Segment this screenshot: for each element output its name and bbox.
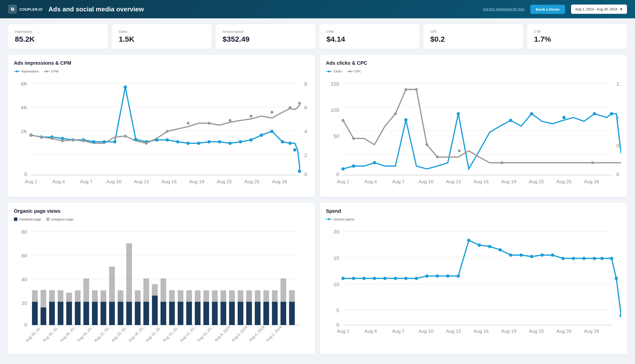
svg-text:20: 20 bbox=[333, 229, 339, 234]
svg-rect-172 bbox=[212, 290, 218, 302]
clicks-cpc-chart: Ads clicks & CPC Clicks CPC 150 100 50 0… bbox=[320, 55, 627, 197]
svg-point-54 bbox=[293, 148, 296, 152]
svg-point-73 bbox=[328, 70, 330, 72]
svg-text:10: 10 bbox=[333, 281, 339, 287]
svg-point-247 bbox=[540, 254, 544, 257]
svg-point-70 bbox=[288, 106, 291, 109]
svg-text:Aug 7: Aug 7 bbox=[392, 328, 405, 334]
svg-rect-190 bbox=[289, 290, 295, 302]
svg-point-59 bbox=[61, 139, 64, 142]
legend-amount-spend: Amount spend bbox=[326, 218, 354, 221]
svg-text:100: 100 bbox=[331, 107, 339, 113]
svg-point-48 bbox=[239, 140, 242, 143]
svg-point-75 bbox=[349, 70, 351, 72]
svg-text:Aug 28: Aug 28 bbox=[584, 328, 599, 334]
svg-text:Aug 20, 20...: Aug 20, 20... bbox=[110, 324, 129, 343]
svg-point-249 bbox=[561, 257, 564, 260]
svg-text:Aug 28: Aug 28 bbox=[584, 179, 599, 184]
svg-text:2: 2 bbox=[304, 152, 307, 158]
svg-point-100 bbox=[352, 164, 355, 168]
svg-point-34 bbox=[92, 140, 96, 143]
svg-text:Aug 4: Aug 4 bbox=[52, 179, 65, 184]
svg-text:8: 8 bbox=[304, 81, 307, 86]
svg-point-116 bbox=[458, 150, 461, 152]
free-dashboard-link[interactable]: Get this dashboard for free bbox=[483, 7, 524, 11]
svg-text:Aug 13: Aug 13 bbox=[134, 179, 149, 184]
svg-point-68 bbox=[250, 114, 253, 118]
svg-rect-153 bbox=[135, 302, 141, 325]
kpi-cpm: CPM $4.14 bbox=[319, 24, 419, 49]
svg-point-66 bbox=[208, 122, 211, 125]
svg-rect-161 bbox=[169, 302, 175, 325]
svg-text:0: 0 bbox=[616, 171, 619, 177]
svg-point-229 bbox=[352, 277, 355, 280]
svg-point-111 bbox=[394, 112, 397, 115]
svg-point-231 bbox=[373, 277, 376, 280]
svg-rect-147 bbox=[109, 302, 115, 325]
legend-label-clicks: Clicks bbox=[333, 70, 342, 73]
svg-text:Aug 25: Aug 25 bbox=[556, 179, 571, 184]
svg-text:20: 20 bbox=[21, 300, 27, 306]
date-range-value: Aug 1, 2024 - Aug 30, 2024 bbox=[575, 7, 617, 11]
legend-clicks: Clicks bbox=[326, 70, 342, 73]
svg-text:40: 40 bbox=[21, 276, 27, 282]
svg-rect-167 bbox=[195, 302, 200, 325]
header: ⧉ COUPLER.IO Ads and social media overvi… bbox=[0, 0, 635, 18]
legend-label-impressions: Impressions bbox=[21, 70, 39, 73]
svg-point-106 bbox=[562, 116, 565, 119]
kpi-value-cpm: $4.14 bbox=[326, 35, 412, 44]
kpi-ctr: CTR 1.7% bbox=[527, 24, 627, 49]
svg-point-252 bbox=[593, 257, 596, 260]
svg-point-69 bbox=[271, 111, 274, 114]
svg-text:Aug 4: Aug 4 bbox=[364, 179, 377, 184]
svg-text:0: 0 bbox=[24, 322, 27, 327]
svg-rect-159 bbox=[161, 302, 166, 325]
svg-point-230 bbox=[362, 277, 366, 280]
svg-point-105 bbox=[530, 112, 533, 115]
svg-rect-149 bbox=[118, 302, 123, 325]
svg-rect-168 bbox=[195, 290, 200, 302]
svg-point-49 bbox=[249, 138, 253, 141]
svg-rect-129 bbox=[32, 302, 38, 325]
svg-point-42 bbox=[176, 140, 179, 143]
date-range-picker[interactable]: Aug 1, 2024 - Aug 30, 2024 ▼ bbox=[571, 4, 627, 14]
book-demo-button[interactable]: Book a Demo bbox=[530, 5, 565, 14]
svg-point-236 bbox=[425, 274, 428, 278]
svg-text:Aug 26, 20...: Aug 26, 20... bbox=[59, 324, 77, 343]
svg-rect-178 bbox=[238, 290, 243, 302]
svg-point-253 bbox=[600, 257, 604, 260]
svg-point-117 bbox=[500, 162, 503, 164]
svg-point-237 bbox=[436, 274, 439, 278]
svg-rect-139 bbox=[75, 302, 81, 325]
svg-rect-143 bbox=[92, 302, 98, 325]
svg-text:Aug 24, 20...: Aug 24, 20... bbox=[76, 324, 95, 343]
svg-point-67 bbox=[229, 119, 232, 122]
svg-point-58 bbox=[51, 137, 54, 140]
svg-rect-142 bbox=[83, 278, 89, 302]
svg-point-114 bbox=[425, 143, 428, 146]
svg-point-50 bbox=[260, 134, 263, 136]
svg-point-71 bbox=[298, 102, 301, 105]
svg-point-3 bbox=[46, 70, 48, 72]
svg-text:Aug 19: Aug 19 bbox=[501, 328, 516, 334]
svg-point-110 bbox=[352, 137, 355, 140]
svg-point-228 bbox=[341, 277, 345, 280]
svg-rect-189 bbox=[289, 302, 295, 325]
top-charts-row: Ads impressions & CPM Impressions CPM 6K… bbox=[8, 55, 627, 197]
svg-rect-184 bbox=[263, 290, 269, 302]
svg-point-243 bbox=[499, 248, 502, 252]
svg-point-233 bbox=[394, 277, 397, 280]
svg-text:Aug 22, 20...: Aug 22, 20... bbox=[93, 324, 112, 343]
organic-views-chart: Organic page views Facebook page Instagr… bbox=[8, 203, 315, 354]
svg-point-61 bbox=[82, 139, 85, 142]
spend-chart: Spend Amount spend 20 15 10 5 0 bbox=[320, 203, 627, 354]
svg-text:4K: 4K bbox=[21, 105, 27, 110]
svg-point-238 bbox=[446, 274, 449, 278]
svg-point-102 bbox=[404, 118, 408, 122]
kpi-value-clicks: 1.5K bbox=[119, 35, 205, 44]
svg-text:0: 0 bbox=[304, 171, 307, 177]
svg-text:Aug 2, 2024: Aug 2, 2024 bbox=[265, 324, 283, 342]
svg-point-113 bbox=[415, 88, 418, 91]
svg-point-43 bbox=[187, 142, 190, 145]
svg-text:Aug 16: Aug 16 bbox=[162, 179, 177, 184]
